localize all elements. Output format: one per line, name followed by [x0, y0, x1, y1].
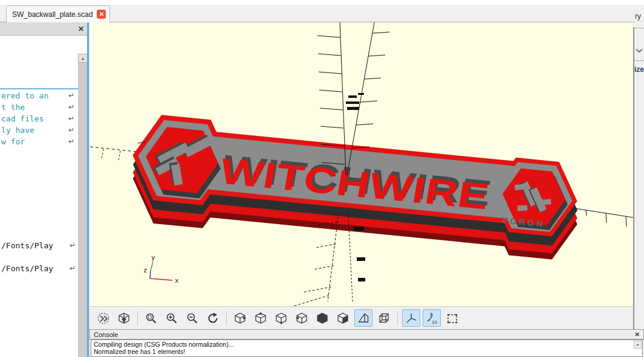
axis-label-x: x	[175, 277, 179, 285]
view-boundary-icon	[446, 312, 459, 325]
eol-marker-icon: ↵	[68, 126, 74, 134]
chevron-down-icon[interactable]	[636, 48, 643, 53]
reset-rotation-icon	[206, 312, 220, 325]
eol-marker-icon: ↵	[68, 103, 74, 111]
right-dock-panel: ry ize	[634, 5, 644, 329]
view-all-icon	[97, 312, 110, 325]
show-scale-markers-button[interactable]: 10	[423, 309, 441, 327]
center-view-icon	[117, 312, 131, 325]
show-scale-markers-icon: 10	[425, 312, 438, 325]
eol-marker-icon: ↵	[70, 264, 76, 272]
viewport-scene: WITCHWIRE WITCHWIRE	[89, 22, 633, 306]
show-axes-icon	[405, 312, 418, 325]
viewport-right-divider[interactable]	[633, 27, 634, 329]
switchwire-model: WITCHWIRE WITCHWIRE	[126, 112, 584, 265]
eol-marker-icon: ↵	[68, 91, 74, 100]
code-line: w for	[1, 137, 25, 146]
code-line: ly have	[1, 126, 34, 135]
view-back-button[interactable]	[313, 309, 331, 327]
code-line: /Fonts/Play	[1, 264, 53, 273]
perspective-button[interactable]	[354, 309, 372, 327]
view-boundary-button[interactable]	[443, 309, 461, 327]
orthographic-button[interactable]	[375, 309, 393, 327]
console-close-icon[interactable]: ✕	[635, 331, 640, 338]
toolbar-separator	[226, 311, 227, 326]
view-bottom-icon	[275, 312, 288, 325]
right-panel-bottom-text: ize	[634, 65, 644, 74]
editor-text-area[interactable]: ered to an t the cad files ly have w for…	[0, 36, 88, 357]
right-panel-divider	[634, 60, 644, 61]
console-line: Normalized tree has 1 elements!	[94, 348, 185, 355]
editor-focus-border	[0, 88, 88, 89]
tab-bar: SW_backwall_plate.scad ✕	[0, 5, 644, 22]
view-front-icon	[336, 312, 350, 325]
scrollbar-up-icon[interactable]: ▲	[78, 54, 88, 63]
code-line: t the	[1, 103, 25, 112]
right-panel-top-text: ry	[635, 12, 641, 21]
viewport-3d[interactable]: WITCHWIRE WITCHWIRE	[89, 22, 633, 306]
console-title: Console	[94, 331, 118, 338]
eol-marker-icon: ↵	[70, 241, 76, 249]
origin-axes-indicator: y z x	[143, 254, 179, 285]
center-view-button[interactable]	[115, 309, 133, 327]
console-scroll-up-icon[interactable]: ▲	[634, 341, 642, 349]
view-left-icon	[295, 312, 308, 325]
editor-titlebar: ✕	[0, 22, 88, 36]
console-line: Compiling design (CSG Products normaliza…	[94, 341, 234, 348]
view-bottom-button[interactable]	[272, 309, 290, 327]
editor-scrollbar[interactable]: ▲	[78, 54, 88, 357]
tab-close-icon[interactable]: ✕	[97, 10, 106, 19]
axis-label-y: y	[151, 254, 155, 262]
zoom-window-icon	[145, 312, 158, 325]
toolbar-separator	[137, 311, 138, 326]
tab-title: SW_backwall_plate.scad	[12, 10, 93, 19]
code-line: /Fonts/Play	[1, 241, 53, 250]
editor-close-icon[interactable]: ✕	[76, 24, 86, 34]
view-right-button[interactable]	[231, 309, 249, 327]
zoom-out-button[interactable]	[183, 309, 201, 327]
show-axes-button[interactable]	[402, 309, 420, 327]
toolbar-separator	[397, 311, 398, 326]
perspective-icon	[357, 312, 370, 325]
view-left-button[interactable]	[293, 309, 311, 327]
code-line: ered to an	[1, 91, 48, 100]
zoom-window-button[interactable]	[142, 309, 160, 327]
zoom-out-icon	[186, 312, 199, 325]
view-all-button[interactable]	[94, 309, 112, 327]
zoom-in-button[interactable]	[163, 309, 181, 327]
svg-text:10: 10	[432, 319, 437, 324]
view-back-icon	[316, 312, 329, 325]
reset-rotation-button[interactable]	[204, 309, 222, 327]
view-top-icon	[254, 312, 267, 325]
code-line: cad files	[1, 114, 44, 123]
view-top-button[interactable]	[252, 309, 270, 327]
zoom-in-icon	[165, 312, 178, 325]
axis-x-positive	[575, 208, 633, 227]
eol-marker-icon: ↵	[68, 137, 74, 146]
viewport-toolbar: 10	[89, 306, 633, 329]
eol-marker-icon: ↵	[68, 114, 74, 123]
console-titlebar[interactable]: Console ✕	[89, 329, 644, 339]
tab-sw-backwall-plate[interactable]: SW_backwall_plate.scad ✕	[6, 5, 110, 22]
console-panel: Console ✕ Compiling design (CSG Products…	[89, 329, 644, 357]
right-panel-divider	[634, 28, 644, 28]
orthographic-icon	[377, 312, 391, 325]
console-output[interactable]: Compiling design (CSG Products normaliza…	[91, 339, 643, 357]
view-right-icon	[233, 312, 247, 325]
menu-strip	[0, 0, 644, 5]
view-front-button[interactable]	[334, 309, 352, 327]
axis-label-z: z	[143, 266, 148, 274]
